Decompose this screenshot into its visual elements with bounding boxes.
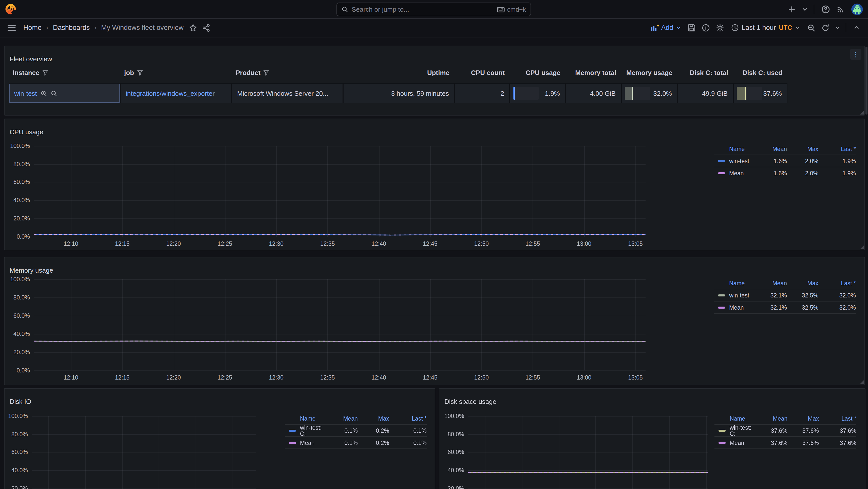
legend-header-max[interactable]: Max <box>787 280 818 286</box>
panel-resize-handle[interactable] <box>860 380 864 384</box>
instance-link[interactable]: win-test <box>9 89 37 97</box>
legend-header-last[interactable]: Last * <box>819 415 856 421</box>
legend-value: 2.0% <box>787 170 818 176</box>
legend-value: 1.6% <box>754 170 787 176</box>
gridline-vertical <box>122 279 123 370</box>
collapse-chevron-up-icon[interactable] <box>850 21 863 34</box>
gridline-vertical <box>670 416 670 489</box>
panel-info-icon[interactable] <box>699 21 712 34</box>
column-header-job[interactable]: job <box>124 67 226 78</box>
gridline-horizontal <box>34 370 646 371</box>
legend-series-name[interactable]: win-test <box>714 292 754 298</box>
refresh-icon[interactable] <box>819 21 832 34</box>
legend-value: 1.9% <box>818 158 856 164</box>
legend-header-max[interactable]: Max <box>787 415 819 421</box>
refresh-interval-chevron-icon[interactable] <box>833 21 842 34</box>
panel-resize-handle[interactable] <box>860 245 864 249</box>
column-header-disk-c-used[interactable]: Disk C: used <box>737 67 782 78</box>
legend-series-name[interactable]: Mean <box>714 439 755 446</box>
legend-series-swatch-icon <box>718 294 725 296</box>
add-button[interactable]: Add <box>647 24 684 31</box>
x-axis-tick-label: 12:50 <box>469 240 494 247</box>
gridline-horizontal <box>34 182 646 183</box>
legend-header-name[interactable]: Name <box>714 415 755 421</box>
user-avatar[interactable] <box>851 3 863 15</box>
legend-header-mean[interactable]: Mean <box>754 280 787 286</box>
panel-title: Disk IO <box>10 398 31 405</box>
legend-value: 0.1% <box>389 439 427 446</box>
gridline-vertical <box>159 416 159 489</box>
cell-job[interactable]: integrations/windows_exporter <box>121 84 231 103</box>
zoom-in-icon[interactable] <box>40 90 47 96</box>
timeseries-plot[interactable] <box>5 257 864 385</box>
legend-table: NameMeanMaxLast *win-test: C:0.1%0.2%0.1… <box>285 412 427 449</box>
legend-header-name[interactable]: Name <box>714 146 754 152</box>
favorite-star-icon[interactable] <box>187 21 200 34</box>
legend-header-mean[interactable]: Mean <box>755 415 787 421</box>
legend-series-label: win-test <box>729 292 749 298</box>
panel-resize-handle[interactable] <box>860 111 864 115</box>
column-header-memory-usage[interactable]: Memory usage <box>625 67 673 78</box>
legend-series-swatch-icon <box>718 172 725 174</box>
zoom-out-icon[interactable] <box>805 21 818 34</box>
gridline-horizontal <box>32 434 256 434</box>
legend-series-name[interactable]: win-test: C: <box>285 425 325 437</box>
search-input[interactable]: Search or jump to... cmd+k <box>337 3 531 16</box>
legend-header-last[interactable]: Last * <box>818 280 856 286</box>
column-header-instance[interactable]: Instance <box>13 67 115 78</box>
legend-header-name[interactable]: Name <box>285 415 325 421</box>
panel-menu-kebab-icon[interactable]: ⋮ <box>850 49 861 60</box>
legend-value: 32.0% <box>818 304 856 310</box>
x-axis-tick-label: 12:45 <box>417 374 443 380</box>
new-chevron-down-icon[interactable] <box>800 3 809 16</box>
column-header-label: Disk C: total <box>690 69 728 76</box>
breadcrumb-home[interactable]: Home <box>23 24 41 31</box>
column-header-label: Uptime <box>427 69 450 76</box>
new-plus-icon[interactable] <box>785 3 798 16</box>
legend-header-mean[interactable]: Mean <box>754 146 787 152</box>
filter-funnel-icon[interactable] <box>137 70 143 75</box>
filter-funnel-icon[interactable] <box>264 70 269 75</box>
menu-hamburger-icon[interactable] <box>5 21 18 34</box>
grafana-logo-icon[interactable] <box>5 3 16 15</box>
legend-series-name[interactable]: win-test: C: <box>714 425 755 437</box>
gridline-horizontal <box>468 416 708 417</box>
cell-instance[interactable]: win-test <box>9 84 120 103</box>
legend-header-max[interactable]: Max <box>358 415 389 421</box>
legend-series-name[interactable]: win-test <box>714 158 754 164</box>
gridline-horizontal <box>468 470 708 471</box>
column-header-uptime[interactable]: Uptime <box>347 67 450 78</box>
job-link[interactable]: integrations/windows_exporter <box>121 89 215 97</box>
column-header-product[interactable]: Product <box>236 67 338 78</box>
column-header-cpu-usage[interactable]: CPU usage <box>514 67 560 78</box>
legend-series-name[interactable]: Mean <box>714 304 754 310</box>
scrollbar-thumb[interactable] <box>865 47 867 115</box>
breadcrumb-dashboards[interactable]: Dashboards <box>53 24 90 31</box>
gridline-horizontal <box>468 434 708 434</box>
timeseries-plot[interactable] <box>5 119 864 250</box>
help-icon[interactable] <box>819 3 832 16</box>
legend-series-name[interactable]: Mean <box>285 439 325 446</box>
legend-row: Mean0.1%0.2%0.1% <box>285 437 427 449</box>
gridline-vertical <box>430 279 431 370</box>
legend-series-name[interactable]: Mean <box>714 170 754 176</box>
legend-header-last[interactable]: Last * <box>818 146 856 152</box>
y-axis-tick-label: 40.0% <box>441 468 464 473</box>
legend-header-mean[interactable]: Mean <box>325 415 358 421</box>
column-header-disk-c-total[interactable]: Disk C: total <box>682 67 728 78</box>
zoom-out-cell-icon[interactable] <box>51 90 57 96</box>
gridline-vertical <box>636 279 636 370</box>
column-header-cpu-count[interactable]: CPU count <box>459 67 505 78</box>
legend-header-max[interactable]: Max <box>787 146 818 152</box>
share-icon[interactable] <box>200 21 213 34</box>
news-rss-icon[interactable] <box>834 3 847 16</box>
save-icon[interactable] <box>685 21 698 34</box>
column-header-memory-total[interactable]: Memory total <box>569 67 616 78</box>
filter-funnel-icon[interactable] <box>42 70 48 75</box>
gridline-horizontal <box>34 146 646 147</box>
settings-gear-icon[interactable] <box>713 21 726 34</box>
legend-header-name[interactable]: Name <box>714 280 754 286</box>
grafana-app: Search or jump to... cmd+k <box>0 0 868 489</box>
time-range-picker[interactable]: Last 1 hour UTC <box>727 24 804 31</box>
legend-header-last[interactable]: Last * <box>389 415 427 421</box>
